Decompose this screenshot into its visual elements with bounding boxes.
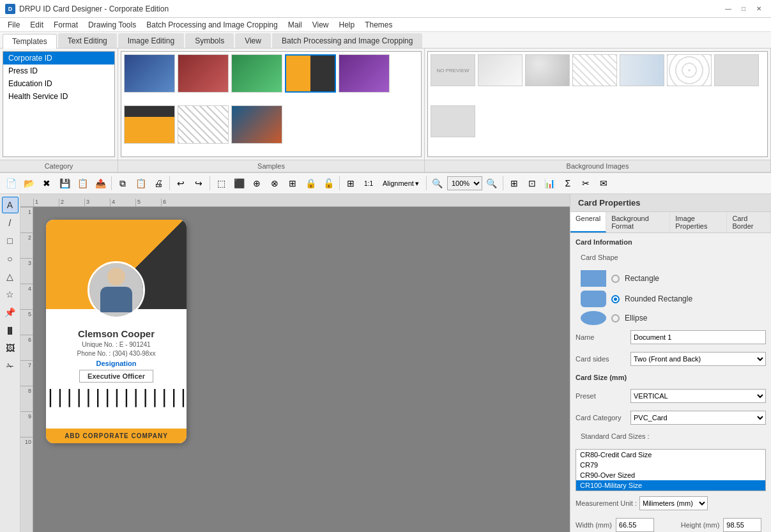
height-input[interactable] bbox=[723, 518, 761, 532]
open-button[interactable]: 📂 bbox=[20, 175, 37, 192]
snap-button[interactable]: ⊡ bbox=[524, 175, 540, 192]
toolbar-tab-4[interactable]: View bbox=[235, 33, 271, 48]
crop-button[interactable]: ✂ bbox=[577, 175, 594, 192]
menu-item-view[interactable]: View bbox=[307, 19, 334, 31]
print-button[interactable]: 🖨 bbox=[150, 175, 167, 192]
barcode-tool[interactable]: ▐▌ bbox=[2, 322, 19, 338]
line-tool[interactable]: / bbox=[2, 215, 19, 231]
shape-rounded-option[interactable]: Rounded Rectangle bbox=[581, 291, 766, 307]
cat-item-1[interactable]: Press ID bbox=[3, 65, 114, 77]
toolbar-tab-2[interactable]: Image Editing bbox=[118, 33, 184, 48]
shape-ellipse-option[interactable]: Ellipse bbox=[581, 311, 766, 325]
prop-tab-0[interactable]: General bbox=[570, 212, 606, 232]
email-button[interactable]: ✉ bbox=[595, 175, 612, 192]
undo-button[interactable]: ↩ bbox=[172, 175, 189, 192]
save-as-button[interactable]: 📋 bbox=[74, 175, 91, 192]
bg-thumb-0[interactable]: NO PREVIEW bbox=[431, 54, 475, 86]
size-item-cr80[interactable]: CR80-Credit Card Size bbox=[576, 450, 765, 460]
tool2-button[interactable]: ⬛ bbox=[231, 175, 247, 192]
export-button[interactable]: 📤 bbox=[92, 175, 109, 192]
close-button[interactable]: ✕ bbox=[752, 3, 766, 15]
menu-item-help[interactable]: Help bbox=[333, 19, 360, 31]
cat-item-3[interactable]: Health Service ID bbox=[3, 90, 114, 103]
save-button[interactable]: 💾 bbox=[56, 175, 73, 192]
id-card[interactable]: Clemson Cooper Unique No. : E - 901241 P… bbox=[46, 220, 187, 443]
tool3-button[interactable]: ⊕ bbox=[248, 175, 265, 192]
width-input[interactable] bbox=[616, 518, 654, 532]
triangle-tool[interactable]: △ bbox=[2, 268, 19, 285]
select-tool[interactable]: A bbox=[2, 197, 19, 213]
sample-thumb-0[interactable] bbox=[124, 54, 175, 93]
image-tool[interactable]: 🖼 bbox=[2, 340, 19, 356]
rounded-radio[interactable] bbox=[611, 295, 620, 303]
maximize-button[interactable]: □ bbox=[737, 3, 751, 15]
sample-thumb-4[interactable] bbox=[339, 54, 390, 93]
prop-tab-1[interactable]: Background Format bbox=[606, 212, 670, 232]
minimize-button[interactable]: — bbox=[721, 3, 735, 15]
zoom-in-button[interactable]: 🔍 bbox=[429, 175, 446, 192]
prop-tab-2[interactable]: Image Properties bbox=[670, 212, 727, 232]
bg-thumb-6[interactable] bbox=[714, 54, 759, 86]
menu-item-edit[interactable]: Edit bbox=[25, 19, 49, 31]
bg-thumb-4[interactable] bbox=[620, 54, 664, 86]
bg-thumb-7[interactable] bbox=[431, 105, 475, 137]
crop-tool[interactable]: ✁ bbox=[2, 358, 19, 374]
sample-thumb-6[interactable] bbox=[178, 105, 229, 144]
card-sides-select[interactable]: Two (Front and Back) One (Front Only) bbox=[630, 352, 766, 366]
cat-item-2[interactable]: Education ID bbox=[3, 77, 114, 90]
sample-thumb-2[interactable] bbox=[231, 54, 282, 93]
menu-item-format[interactable]: Format bbox=[49, 19, 83, 31]
star-tool[interactable]: ☆ bbox=[2, 286, 19, 303]
shape-rect-option[interactable]: Rectangle bbox=[581, 270, 766, 287]
bg-thumb-3[interactable] bbox=[572, 54, 617, 86]
menu-item-batch-processing-and-image-cropping[interactable]: Batch Processing and Image Cropping bbox=[141, 19, 282, 31]
toolbar-tab-3[interactable]: Symbols bbox=[185, 33, 234, 48]
measurement-select[interactable]: Milimeters (mm) Inches (in) Centimeters … bbox=[639, 496, 708, 510]
lock-button[interactable]: 🔒 bbox=[302, 175, 319, 192]
toolbar-tab-5[interactable]: Batch Processing and Image Cropping bbox=[272, 33, 422, 48]
transform-button[interactable]: ⊞ bbox=[342, 175, 359, 192]
card-cat-select[interactable]: PVC_Card Paper_Card bbox=[630, 411, 766, 425]
ratio-button[interactable]: 1:1 bbox=[360, 175, 377, 192]
bg-thumb-1[interactable] bbox=[478, 54, 523, 86]
menu-item-themes[interactable]: Themes bbox=[360, 19, 397, 31]
ellipse-radio[interactable] bbox=[611, 314, 620, 323]
menu-item-file[interactable]: File bbox=[3, 19, 25, 31]
sample-thumb-5[interactable] bbox=[124, 105, 175, 144]
rect-tool[interactable]: □ bbox=[2, 232, 19, 249]
export2-button[interactable]: 📊 bbox=[542, 175, 558, 192]
close-doc-button[interactable]: ✖ bbox=[38, 175, 55, 192]
name-input[interactable] bbox=[630, 330, 766, 344]
copy-button[interactable]: ⧉ bbox=[114, 175, 131, 192]
toolbar-tab-1[interactable]: Text Editing bbox=[58, 33, 117, 48]
prop-tab-3[interactable]: Card Border bbox=[727, 212, 771, 232]
alignment-button[interactable]: Alignment ▾ bbox=[378, 178, 424, 190]
size-item-cr90[interactable]: CR90-Over Sized bbox=[576, 470, 765, 480]
zoom-out-button[interactable]: 🔍 bbox=[484, 175, 500, 192]
menu-item-mail[interactable]: Mail bbox=[283, 19, 307, 31]
redo-button[interactable]: ↪ bbox=[190, 175, 207, 192]
unlock-button[interactable]: 🔓 bbox=[320, 175, 337, 192]
toolbar-tab-0[interactable]: Templates bbox=[3, 34, 57, 49]
grid-button[interactable]: ⊞ bbox=[506, 175, 523, 192]
size-item-cr79[interactable]: CR79 bbox=[576, 460, 765, 470]
bg-thumb-2[interactable] bbox=[525, 54, 570, 86]
sample-thumb-3[interactable] bbox=[285, 54, 336, 93]
preset-select[interactable]: VERTICAL HORIZONTAL bbox=[630, 389, 766, 403]
pin-tool[interactable]: 📌 bbox=[2, 304, 19, 321]
ellipse-tool[interactable]: ○ bbox=[2, 250, 19, 267]
calc-button[interactable]: Σ bbox=[560, 175, 576, 192]
zoom-select[interactable]: 50%75%100%125%150%200% bbox=[447, 176, 482, 190]
bg-thumb-5[interactable] bbox=[667, 54, 712, 86]
tool5-button[interactable]: ⊞ bbox=[284, 175, 301, 192]
new-button[interactable]: 📄 bbox=[3, 175, 19, 192]
paste-button[interactable]: 📋 bbox=[132, 175, 149, 192]
sample-thumb-1[interactable] bbox=[178, 54, 229, 93]
tool1-button[interactable]: ⬚ bbox=[213, 175, 229, 192]
tool4-button[interactable]: ⊗ bbox=[266, 175, 283, 192]
sample-thumb-7[interactable] bbox=[231, 105, 282, 144]
rect-radio[interactable] bbox=[611, 275, 620, 283]
size-item-cr100[interactable]: CR100-Military Size bbox=[576, 480, 765, 490]
menu-item-drawing-tools[interactable]: Drawing Tools bbox=[83, 19, 141, 31]
cat-item-0[interactable]: Corporate ID bbox=[3, 52, 114, 65]
